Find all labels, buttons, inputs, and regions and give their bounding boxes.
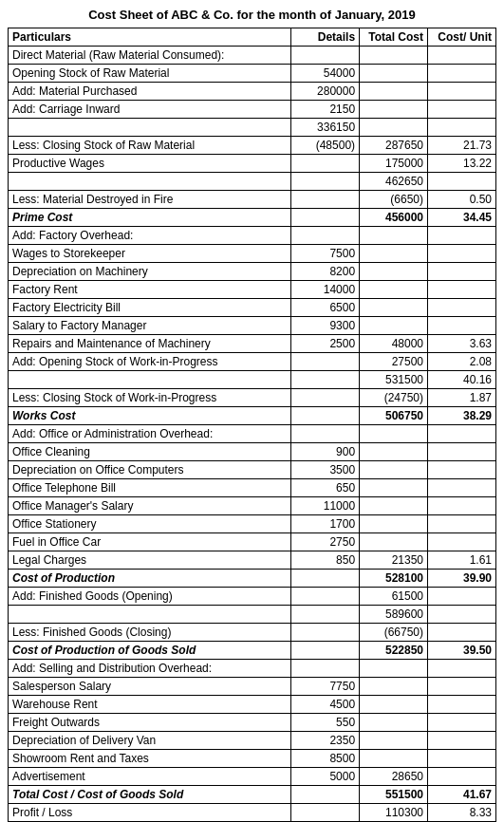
cell-particulars: Add: Selling and Distribution Overhead: bbox=[9, 660, 291, 678]
cell-cost-unit bbox=[428, 714, 496, 732]
cell-total bbox=[360, 714, 428, 732]
table-row: Add: Opening Stock of Work-in-Progress27… bbox=[9, 353, 496, 371]
cell-details: 1700 bbox=[291, 515, 360, 533]
cell-cost-unit bbox=[428, 461, 496, 479]
table-row: Depreciation of Delivery Van2350 bbox=[9, 732, 496, 750]
cell-total: 506750 bbox=[360, 407, 428, 425]
cell-cost-unit bbox=[428, 65, 496, 83]
table-row: 53150040.16 bbox=[9, 371, 496, 389]
cell-particulars: Repairs and Maintenance of Machinery bbox=[9, 335, 291, 353]
cell-total: 175000 bbox=[360, 155, 428, 173]
cell-details: 280000 bbox=[291, 83, 360, 101]
cell-cost-unit bbox=[428, 443, 496, 461]
cell-particulars: Add: Opening Stock of Work-in-Progress bbox=[9, 353, 291, 371]
cell-particulars: Add: Carriage Inward bbox=[9, 101, 291, 119]
cell-particulars: Productive Wages bbox=[9, 155, 291, 173]
cell-cost-unit bbox=[428, 173, 496, 191]
cell-total: (6650) bbox=[360, 191, 428, 209]
cell-total: 21350 bbox=[360, 551, 428, 570]
cell-total bbox=[360, 678, 428, 696]
table-row: Add: Finished Goods (Opening)61500 bbox=[9, 588, 496, 606]
cell-particulars: Office Cleaning bbox=[9, 443, 291, 461]
table-row: Less: Finished Goods (Closing)(66750) bbox=[9, 624, 496, 642]
cell-cost-unit: 39.50 bbox=[428, 642, 496, 660]
cell-details bbox=[291, 425, 360, 443]
cell-cost-unit: 39.90 bbox=[428, 570, 496, 588]
cell-total: 456000 bbox=[360, 209, 428, 227]
cell-details bbox=[291, 660, 360, 678]
cell-cost-unit bbox=[428, 47, 496, 65]
table-row: Add: Selling and Distribution Overhead: bbox=[9, 660, 496, 678]
cell-cost-unit bbox=[428, 678, 496, 696]
table-row: 589600 bbox=[9, 606, 496, 624]
cell-particulars: Less: Closing Stock of Work-in-Progress bbox=[9, 389, 291, 407]
cell-particulars: Wages to Storekeeper bbox=[9, 245, 291, 263]
cell-total bbox=[360, 443, 428, 461]
table-row: Cost of Production52810039.90 bbox=[9, 570, 496, 588]
cell-total bbox=[360, 119, 428, 137]
cell-particulars: Legal Charges bbox=[9, 551, 291, 570]
table-row: Warehouse Rent4500 bbox=[9, 696, 496, 714]
cell-details bbox=[291, 407, 360, 425]
cell-cost-unit bbox=[428, 497, 496, 515]
cell-particulars: Add: Material Purchased bbox=[9, 83, 291, 101]
cell-cost-unit bbox=[428, 533, 496, 551]
cell-cost-unit bbox=[428, 479, 496, 497]
cell-details: 2500 bbox=[291, 335, 360, 353]
cell-cost-unit bbox=[428, 732, 496, 750]
header-cost-unit: Cost/ Unit bbox=[428, 28, 496, 47]
cell-particulars: Salesperson Salary bbox=[9, 678, 291, 696]
cell-total: 110300 bbox=[360, 804, 428, 822]
table-row: Fuel in Office Car2750 bbox=[9, 533, 496, 551]
cell-details bbox=[291, 606, 360, 624]
cell-total bbox=[360, 227, 428, 245]
cell-details: 2350 bbox=[291, 732, 360, 750]
cell-total bbox=[360, 245, 428, 263]
cell-total: 522850 bbox=[360, 642, 428, 660]
cell-details: 850 bbox=[291, 551, 360, 570]
table-row: Add: Factory Overhead: bbox=[9, 227, 496, 245]
cell-details: 5000 bbox=[291, 768, 360, 786]
cell-total: 462650 bbox=[360, 173, 428, 191]
cell-total: (24750) bbox=[360, 389, 428, 407]
cell-cost-unit: 8.33 bbox=[428, 804, 496, 822]
cell-details bbox=[291, 624, 360, 642]
cell-cost-unit bbox=[428, 750, 496, 768]
cell-particulars: Direct Material (Raw Material Consumed): bbox=[9, 47, 291, 65]
cell-particulars: Profit / Loss bbox=[9, 804, 291, 822]
cell-details bbox=[291, 209, 360, 227]
cell-total bbox=[360, 696, 428, 714]
table-row: Showroom Rent and Taxes8500 bbox=[9, 750, 496, 768]
cell-details: 11000 bbox=[291, 497, 360, 515]
cell-particulars: Cost of Production bbox=[9, 570, 291, 588]
cell-cost-unit bbox=[428, 696, 496, 714]
cell-particulars: Fuel in Office Car bbox=[9, 533, 291, 551]
table-row: Office Cleaning900 bbox=[9, 443, 496, 461]
cell-particulars: Add: Office or Administration Overhead: bbox=[9, 425, 291, 443]
table-row: Total Cost / Cost of Goods Sold55150041.… bbox=[9, 786, 496, 804]
table-row: Add: Material Purchased280000 bbox=[9, 83, 496, 101]
cell-details bbox=[291, 786, 360, 804]
cell-particulars: Office Telephone Bill bbox=[9, 479, 291, 497]
cell-total: 589600 bbox=[360, 606, 428, 624]
cell-cost-unit bbox=[428, 263, 496, 281]
cell-particulars: Works Cost bbox=[9, 407, 291, 425]
cell-cost-unit bbox=[428, 624, 496, 642]
cell-details: 336150 bbox=[291, 119, 360, 137]
cell-cost-unit: 21.73 bbox=[428, 137, 496, 155]
cell-cost-unit bbox=[428, 227, 496, 245]
table-row: Less: Closing Stock of Work-in-Progress(… bbox=[9, 389, 496, 407]
cell-cost-unit bbox=[428, 281, 496, 299]
cell-particulars: Less: Finished Goods (Closing) bbox=[9, 624, 291, 642]
cell-details: 8500 bbox=[291, 750, 360, 768]
cell-total bbox=[360, 65, 428, 83]
cell-particulars bbox=[9, 119, 291, 137]
cell-total: 27500 bbox=[360, 353, 428, 371]
cell-cost-unit: 40.16 bbox=[428, 371, 496, 389]
cell-particulars: Salary to Factory Manager bbox=[9, 317, 291, 335]
cell-details: 2150 bbox=[291, 101, 360, 119]
cell-total bbox=[360, 750, 428, 768]
cell-total: 528100 bbox=[360, 570, 428, 588]
cell-particulars: Showroom Rent and Taxes bbox=[9, 750, 291, 768]
cell-total: 48000 bbox=[360, 335, 428, 353]
